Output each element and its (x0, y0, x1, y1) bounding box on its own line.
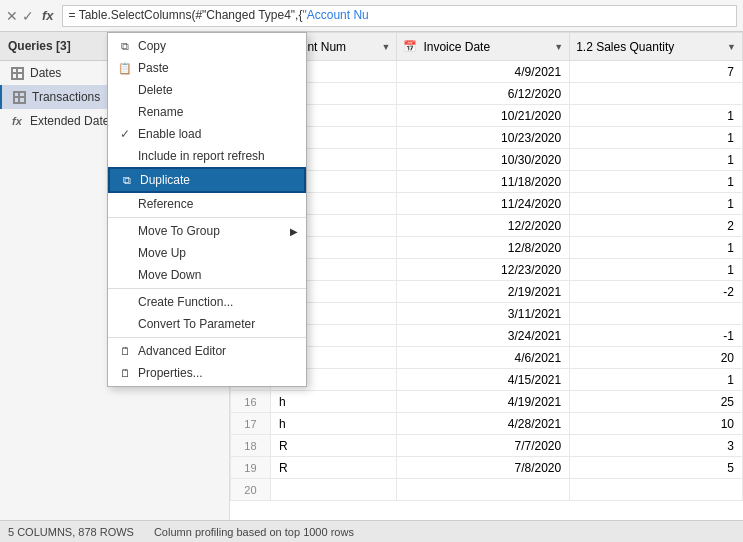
ctx-item-paste[interactable]: 📋Paste (108, 57, 306, 79)
table-row: 12/2/2020 2 (231, 215, 743, 237)
cell-date: 12/8/2020 (397, 237, 570, 259)
cell-qty: 10 (570, 413, 743, 435)
cell-qty: 25 (570, 391, 743, 413)
cell-qty (570, 83, 743, 105)
cell-date: 6/12/2020 (397, 83, 570, 105)
ctx-item-move-to-group[interactable]: Move To Group▶ (108, 220, 306, 242)
table-icon-transactions (12, 90, 26, 104)
cell-qty: 2 (570, 215, 743, 237)
status-columns: 5 COLUMNS, 878 ROWS (8, 526, 134, 538)
submenu-arrow-icon: ▶ (290, 226, 298, 237)
row-number: 19 (231, 457, 271, 479)
ctx-label: Copy (138, 39, 166, 53)
ctx-item-copy[interactable]: ⧉Copy (108, 35, 306, 57)
cell-ntnum (270, 479, 397, 501)
table-icon-dates (10, 66, 24, 80)
paste-icon: 📋 (118, 61, 132, 75)
cell-ntnum: R (270, 435, 397, 457)
ctx-label: Duplicate (140, 173, 190, 187)
sidebar-label-dates: Dates (30, 66, 61, 80)
cell-date: 4/28/2021 (397, 413, 570, 435)
ctx-item-move-up[interactable]: Move Up (108, 242, 306, 264)
ctx-label: Enable load (138, 127, 201, 141)
formula-confirm-button[interactable]: ✓ (22, 8, 34, 24)
col-header-sales-qty: 1.2 Sales Quantity ▼ (570, 33, 743, 61)
filter-btn-ntnum[interactable]: ▼ (381, 42, 390, 52)
cell-date: 10/30/2020 (397, 149, 570, 171)
col-label-sales-qty: 1.2 Sales Quantity (576, 40, 674, 54)
cell-ntnum: R (270, 457, 397, 479)
formula-text-static: = Table.SelectColumns(#"Changed Type4",{ (69, 8, 303, 22)
separator-sep1 (108, 217, 306, 218)
filter-btn-invoice-date[interactable]: ▼ (554, 42, 563, 52)
cell-qty (570, 303, 743, 325)
cell-qty: 20 (570, 347, 743, 369)
col-header-invoice-date: 📅 Invoice Date ▼ (397, 33, 570, 61)
table-row: 4/6/2021 20 (231, 347, 743, 369)
table-row: 12/8/2020 1 (231, 237, 743, 259)
cell-qty: 7 (570, 61, 743, 83)
ctx-label: Move Up (138, 246, 186, 260)
cell-date: 10/23/2020 (397, 127, 570, 149)
ctx-item-properties[interactable]: 🗒Properties... (108, 362, 306, 384)
ctx-item-move-down[interactable]: Move Down (108, 264, 306, 286)
cell-qty: 1 (570, 105, 743, 127)
table-row: 10/30/2020 1 (231, 149, 743, 171)
cell-date: 11/24/2020 (397, 193, 570, 215)
ctx-label: Paste (138, 61, 169, 75)
formula-text-highlight: "Account Nu (302, 8, 368, 22)
cell-qty: -2 (570, 281, 743, 303)
ctx-item-include-in-report[interactable]: Include in report refresh (108, 145, 306, 167)
cell-ntnum: h (270, 413, 397, 435)
ctx-item-rename[interactable]: Rename (108, 101, 306, 123)
cell-qty: 3 (570, 435, 743, 457)
ctx-item-advanced-editor[interactable]: 🗒Advanced Editor (108, 340, 306, 362)
ctx-item-duplicate[interactable]: ⧉Duplicate (108, 167, 306, 193)
ctx-item-create-function[interactable]: Create Function... (108, 291, 306, 313)
status-bar: 5 COLUMNS, 878 ROWS Column profiling bas… (0, 520, 743, 542)
ctx-item-delete[interactable]: Delete (108, 79, 306, 101)
ctx-item-convert-to-parameter[interactable]: Convert To Parameter (108, 313, 306, 335)
table-row: 10/21/2020 1 (231, 105, 743, 127)
formula-fx-icon: fx (42, 8, 54, 23)
table-row: 20 (231, 479, 743, 501)
ctx-label: Properties... (138, 366, 203, 380)
ctx-label: Move Down (138, 268, 201, 282)
cell-date: 11/18/2020 (397, 171, 570, 193)
cell-date: 10/21/2020 (397, 105, 570, 127)
row-number: 18 (231, 435, 271, 457)
table-row: 2/19/2021 -2 (231, 281, 743, 303)
table-row: 17 h 4/28/2021 10 (231, 413, 743, 435)
formula-input[interactable]: = Table.SelectColumns(#"Changed Type4",{… (62, 5, 737, 27)
table-row: 18 R 7/7/2020 3 (231, 435, 743, 457)
cell-qty: 1 (570, 193, 743, 215)
table-row: 3/24/2021 -1 (231, 325, 743, 347)
cell-date: 7/7/2020 (397, 435, 570, 457)
formula-cancel-button[interactable]: ✕ (6, 8, 18, 24)
row-number: 16 (231, 391, 271, 413)
sidebar-title: Queries [3] (8, 39, 71, 53)
formula-bar: ✕ ✓ fx = Table.SelectColumns(#"Changed T… (0, 0, 743, 32)
checkmark-icon: ✓ (118, 127, 132, 141)
filter-btn-sales-qty[interactable]: ▼ (727, 42, 736, 52)
ctx-label: Convert To Parameter (138, 317, 255, 331)
ctx-label: Advanced Editor (138, 344, 226, 358)
ctx-item-reference[interactable]: Reference (108, 193, 306, 215)
ctx-label: Move To Group (138, 224, 220, 238)
cell-qty: 5 (570, 457, 743, 479)
sidebar-label-transactions: Transactions (32, 90, 100, 104)
copy-icon: ⧉ (118, 39, 132, 53)
ctx-label: Rename (138, 105, 183, 119)
cell-date: 4/15/2021 (397, 369, 570, 391)
cell-date: 4/19/2021 (397, 391, 570, 413)
cell-date: 7/8/2020 (397, 457, 570, 479)
ctx-item-enable-load[interactable]: ✓Enable load (108, 123, 306, 145)
status-profiling: Column profiling based on top 1000 rows (154, 526, 354, 538)
separator-sep2 (108, 288, 306, 289)
cell-qty: 1 (570, 149, 743, 171)
cell-qty: 1 (570, 237, 743, 259)
cell-date: 3/24/2021 (397, 325, 570, 347)
cell-date (397, 479, 570, 501)
page-icon: 🗒 (118, 344, 132, 358)
table-row: 11/24/2020 1 (231, 193, 743, 215)
